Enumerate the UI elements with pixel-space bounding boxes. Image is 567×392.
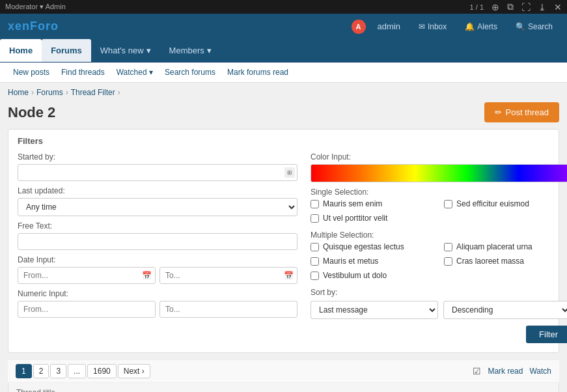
logo-text: xenForo (8, 20, 59, 33)
multiple-checkbox-2[interactable] (311, 257, 319, 266)
calendar-from-icon: 📅 (142, 271, 152, 280)
watched-chevron: ▾ (149, 68, 153, 77)
multiple-option-4-label: Vestibulum ut dolo (323, 271, 387, 280)
top-bar-left: Moderator ▾ Admin (5, 3, 66, 11)
multiple-option-2: Mauris et metus (311, 257, 437, 266)
sub-nav-mark-read[interactable]: Mark forums read (222, 65, 294, 79)
numeric-input-group: Numeric Input: (18, 289, 297, 318)
started-by-input[interactable] (18, 164, 297, 181)
nav-whats-new[interactable]: What's new ▾ (91, 39, 160, 62)
sort-by-group: Sort by: Last message Thread title Start… (311, 288, 567, 319)
color-input-bar[interactable] (311, 164, 567, 182)
page-btn-next[interactable]: Next › (118, 364, 150, 378)
date-to-input[interactable] (159, 267, 297, 284)
header-right: A admin ✉ Inbox 🔔 Alerts 🔍 Search (352, 18, 560, 35)
multiple-option-1: Aliquam placerat urna (444, 242, 567, 251)
single-option-1: Sed efficitur euismod (444, 199, 567, 208)
single-selection-label: Single Selection: (311, 188, 567, 197)
single-checkbox-0[interactable] (311, 200, 319, 208)
page-btn-3[interactable]: 3 (50, 364, 66, 378)
nav-home[interactable]: Home (0, 39, 42, 62)
sub-nav-search-forums[interactable]: Search forums (159, 65, 221, 79)
numeric-row (18, 301, 297, 318)
pagination-actions: ☑ Mark read Watch (473, 366, 551, 376)
sub-nav-find-threads[interactable]: Find threads (56, 65, 110, 79)
sub-nav: New posts Find threads Watched ▾ Search … (0, 63, 567, 83)
breadcrumb: Home › Forums › Thread Filter › (0, 83, 567, 100)
page-title-row: Node 2 ✏ Post thread (0, 100, 567, 129)
single-option-0: Mauris sem enim (311, 199, 437, 208)
page-btn-2[interactable]: 2 (33, 364, 49, 378)
alerts-label: Alerts (477, 22, 497, 31)
multiple-checkbox-4[interactable] (311, 272, 319, 280)
search-btn[interactable]: 🔍 Search (509, 18, 559, 35)
multiple-option-4: Vestibulum ut dolo (311, 271, 437, 280)
multiple-checkbox-0[interactable] (311, 243, 319, 251)
filters-grid: Started by: ⊞ Last updated: Any time Tod… (18, 152, 549, 343)
date-to-wrapper: 📅 (159, 267, 297, 284)
post-thread-button[interactable]: ✏ Post thread (484, 102, 560, 122)
sort-order-select[interactable]: Descending Ascending (443, 301, 567, 319)
sub-nav-watched[interactable]: Watched ▾ (111, 65, 158, 79)
bell-icon: 🔔 (465, 22, 475, 31)
last-updated-select[interactable]: Any time Today This week This month This… (18, 198, 297, 216)
filter-button[interactable]: Filter (526, 326, 567, 343)
date-input-label: Date Input: (18, 255, 297, 264)
inbox-btn[interactable]: ✉ Inbox (412, 18, 453, 35)
color-input-label: Color Input: (311, 152, 567, 161)
started-by-clear-btn[interactable]: ⊞ (284, 167, 295, 178)
nav-members[interactable]: Members ▾ (160, 39, 221, 62)
date-from-input[interactable] (18, 267, 156, 284)
zoom-in-icon[interactable]: ⊕ (491, 2, 499, 12)
sort-by-select[interactable]: Last message Thread title Start date Rep… (311, 301, 438, 319)
whats-new-chevron: ▾ (146, 46, 151, 55)
single-checkbox-1[interactable] (444, 200, 452, 208)
moderator-label: Moderator ▾ Admin (5, 3, 66, 11)
started-by-group: Started by: ⊞ (18, 152, 297, 181)
breadcrumb-sep-2: › (66, 88, 68, 97)
thread-list-header: Thread title (8, 383, 559, 392)
close-icon[interactable]: ✕ (554, 2, 562, 12)
inbox-icon: ✉ (419, 22, 425, 31)
single-checkbox-2[interactable] (311, 214, 319, 223)
free-text-input[interactable] (18, 233, 297, 250)
single-option-2-label: Ut vel porttitor velit (323, 214, 387, 223)
multiple-checkbox-3[interactable] (444, 257, 452, 266)
breadcrumb-thread-filter[interactable]: Thread Filter (71, 88, 115, 97)
nav-forums[interactable]: Forums (42, 39, 91, 62)
multiple-selection-group: Multiple Selection: Quisque egestas lect… (311, 231, 567, 283)
inbox-label: Inbox (428, 22, 447, 31)
multiple-checkbox-1[interactable] (444, 243, 452, 251)
page-btn-last[interactable]: 1690 (87, 364, 117, 378)
external-link-icon[interactable]: ⧉ (507, 1, 514, 12)
page-btn-1[interactable]: 1 (16, 364, 32, 378)
check-all-icon[interactable]: ☑ (473, 366, 481, 376)
mark-read-link[interactable]: Mark read (488, 367, 523, 376)
breadcrumb-sep-1: › (31, 88, 34, 97)
members-chevron: ▾ (207, 46, 212, 55)
page-btn-dots[interactable]: ... (68, 364, 86, 378)
numeric-to-input[interactable] (159, 301, 297, 318)
breadcrumb-home[interactable]: Home (8, 88, 29, 97)
single-option-2: Ut vel porttitor velit (311, 214, 437, 223)
sort-row: Last message Thread title Start date Rep… (311, 301, 567, 319)
numeric-input-label: Numeric Input: (18, 289, 297, 298)
pagination-row: 1 2 3 ... 1690 Next › ☑ Mark read Watch (8, 359, 559, 383)
watch-link[interactable]: Watch (529, 367, 551, 376)
sub-nav-new-posts[interactable]: New posts (8, 65, 55, 79)
post-thread-icon: ✏ (495, 107, 502, 117)
breadcrumb-sep-3: › (118, 88, 120, 97)
started-by-label: Started by: (18, 152, 297, 161)
multiple-option-1-label: Aliquam placerat urna (456, 242, 532, 251)
counter-label: 1 / 1 (470, 3, 484, 11)
numeric-from-input[interactable] (18, 301, 156, 318)
expand-icon[interactable]: ⛶ (521, 2, 531, 12)
download-icon[interactable]: ⤓ (538, 2, 546, 12)
multiple-option-0: Quisque egestas lectus (311, 242, 437, 251)
user-name-btn[interactable]: admin (371, 18, 407, 35)
alerts-btn[interactable]: 🔔 Alerts (458, 18, 504, 35)
breadcrumb-forums[interactable]: Forums (36, 88, 63, 97)
multiple-selection-label: Multiple Selection: (311, 231, 567, 240)
last-updated-group: Last updated: Any time Today This week T… (18, 186, 297, 216)
color-input-group: Color Input: (311, 152, 567, 182)
